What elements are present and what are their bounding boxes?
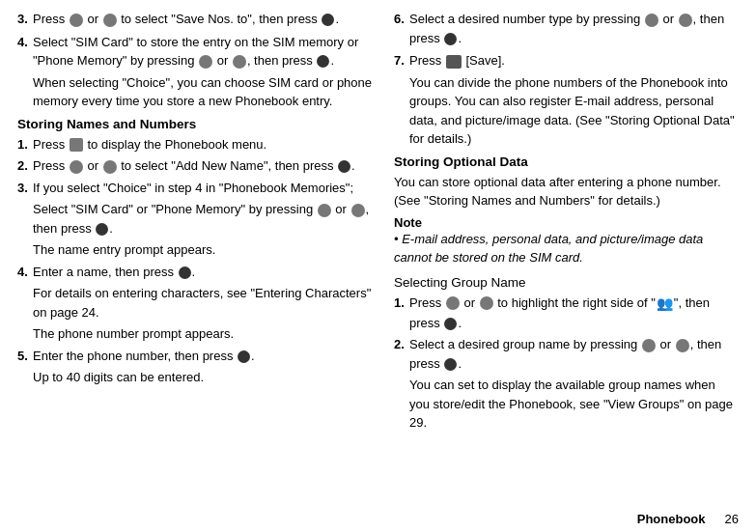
list-item-5: 5. Enter the phone number, then press . … (17, 347, 375, 387)
sel-item-1-content: Press or to highlight the right side of … (409, 294, 737, 333)
down-icon (679, 14, 692, 27)
sel-item-2-content: Select a desired group name by pressing … (409, 335, 737, 433)
item-3a-content: Press or to select "Save Nos. to", then … (33, 10, 375, 29)
note-text: • E-mail address, personal data, and pic… (394, 230, 737, 267)
down-icon (676, 339, 689, 352)
footer-label: Phonebook (637, 512, 706, 526)
footer-page-num: 26 (725, 512, 739, 526)
up-icon (446, 296, 460, 310)
item-5-num: 5. (17, 347, 31, 387)
item-4b-sub2: The phone number prompt appears. (33, 324, 375, 344)
down-icon (233, 55, 246, 69)
press-icon (322, 14, 334, 26)
down-icon (103, 14, 117, 27)
phonebook-icon (70, 138, 83, 152)
item-4b-content: Enter a name, then press . For details o… (33, 263, 375, 344)
list-item-6: 6. Select a desired number type by press… (394, 10, 737, 47)
group-icon: 👥 (657, 294, 673, 314)
press-icon (444, 318, 457, 330)
list-item-2: 2. Press or to select "Add New Name", th… (17, 156, 375, 176)
item-7-num: 7. (394, 51, 407, 149)
down-icon (480, 296, 493, 310)
up-icon (642, 339, 656, 352)
item-6-num: 6. (394, 10, 407, 47)
save-icon (446, 55, 462, 69)
item-5-content: Enter the phone number, then press . Up … (33, 347, 375, 387)
sel-item-1-num: 1. (394, 294, 407, 333)
press-icon (96, 223, 108, 236)
list-item-4: 4. Select "SIM Card" to store the entry … (17, 33, 375, 111)
press-icon (179, 266, 191, 279)
sel-item-2-num: 2. (394, 335, 407, 433)
press-icon (238, 350, 250, 363)
list-item-3b: 3. If you select "Choice" in step 4 in "… (17, 179, 375, 260)
down-icon (351, 204, 365, 217)
item-6-content: Select a desired number type by pressing… (409, 10, 737, 47)
up-icon (70, 160, 83, 174)
item-4-content: Select "SIM Card" to store the entry on … (33, 33, 375, 111)
press-icon (317, 55, 329, 68)
list-item-1: 1. Press to display the Phonebook menu. (17, 135, 375, 154)
item-4-sub: When selecting "Choice", you can choose … (33, 73, 375, 111)
press-icon (338, 160, 350, 173)
up-icon (199, 55, 212, 69)
item-3b-num: 3. (17, 179, 31, 260)
item-1-num: 1. (17, 135, 31, 154)
item-3b-sub2: The name entry prompt appears. (33, 240, 375, 260)
item-4b-sub: For details on entering characters, see … (33, 284, 375, 322)
item-2-num: 2. (17, 156, 31, 176)
press-icon (444, 33, 457, 45)
press-icon (444, 358, 457, 371)
section-storing-names: Storing Names and Numbers (17, 117, 375, 131)
item-7-content: Press [Save]. You can divide the phone n… (409, 51, 737, 149)
list-item-7: 7. Press [Save]. You can divide the phon… (394, 51, 737, 149)
item-1-content: Press to display the Phonebook menu. (33, 135, 375, 154)
page-footer: Phonebook 26 (637, 512, 739, 526)
section-group-name: Selecting Group Name (394, 275, 737, 290)
item-7-sub: You can divide the phone numbers of the … (409, 73, 737, 149)
up-icon (318, 204, 331, 217)
sel-list-item-1: 1. Press or to highlight the right side … (394, 294, 737, 333)
item-4b-num: 4. (17, 263, 31, 344)
list-item-3a: 3. Press or to select "Save Nos. to", th… (17, 10, 375, 29)
item-3a-num: 3. (17, 10, 31, 29)
item-5-sub: Up to 40 digits can be entered. (33, 368, 375, 387)
list-item-4b: 4. Enter a name, then press . For detail… (17, 263, 375, 344)
item-3b-sub1: Select "SIM Card" or "Phone Memory" by p… (33, 200, 375, 238)
item-3b-content: If you select "Choice" in step 4 in "Pho… (33, 179, 375, 260)
section-optional-data: Storing Optional Data (394, 154, 737, 169)
down-icon (103, 160, 117, 174)
up-icon (70, 14, 83, 27)
note-block: Note • E-mail address, personal data, an… (394, 215, 737, 267)
note-label: Note (394, 215, 422, 230)
sel-list-item-2: 2. Select a desired group name by pressi… (394, 335, 737, 433)
up-icon (645, 14, 658, 27)
item-4-num: 4. (17, 33, 31, 111)
sel-item-2-sub: You can set to display the available gro… (409, 376, 737, 433)
left-column: 3. Press or to select "Save Nos. to", th… (17, 10, 375, 522)
optional-data-text: You can store optional data after enteri… (394, 173, 737, 210)
item-2-content: Press or to select "Add New Name", then … (33, 156, 375, 176)
right-column: 6. Select a desired number type by press… (394, 10, 737, 522)
